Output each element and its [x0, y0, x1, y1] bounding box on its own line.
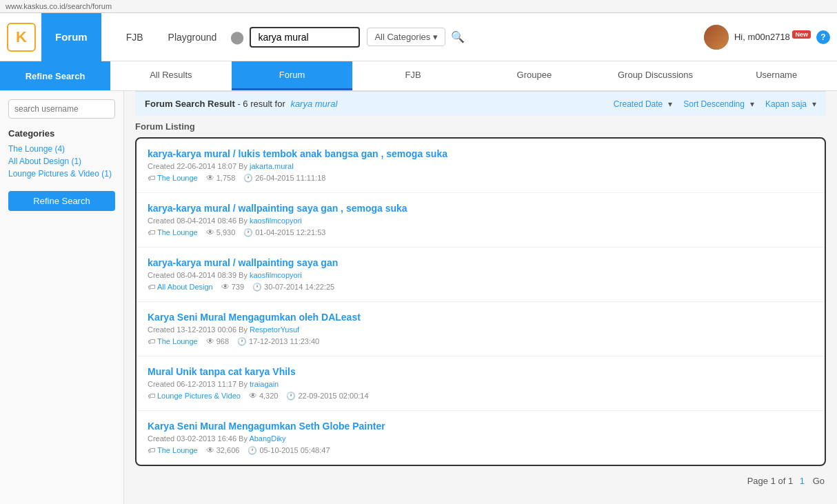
table-row: Mural Unik tanpa cat karya Vhils Created…: [137, 356, 825, 411]
category-link[interactable]: The Lounge: [157, 337, 198, 345]
forum-item-author[interactable]: RespetorYusuf: [250, 325, 299, 334]
category-link[interactable]: All About Design: [157, 283, 213, 291]
tag-updated: 🕐 22-09-2015 02:00:14: [286, 392, 368, 401]
sort-arrow-icon: ▾: [668, 99, 672, 109]
logo-box[interactable]: K: [7, 23, 36, 52]
sort-direction-label[interactable]: Sort Descending: [683, 99, 745, 109]
time-label[interactable]: Kapan saja: [765, 99, 807, 109]
result-header: Forum Search Result - 6 result for karya…: [135, 91, 826, 116]
category-all-about-design[interactable]: All About Design (1): [8, 157, 115, 166]
search-wrapper: [250, 27, 360, 48]
clock-icon: 🕐: [237, 337, 247, 346]
tag-updated: 🕐 30-07-2014 14:22:25: [252, 283, 334, 292]
forum-item-title[interactable]: karya-karya mural / wallpainting saya ga…: [148, 257, 814, 268]
tag-views: 👁 968: [206, 336, 229, 346]
table-row: karya-karya mural / wallpainting saya ga…: [137, 193, 825, 248]
url-bar: www.kaskus.co.id/search/forum: [0, 0, 837, 13]
eye-icon: 👁: [206, 445, 214, 455]
refine-search-button[interactable]: Refine Search: [0, 61, 110, 90]
new-badge: New: [792, 30, 811, 39]
forum-item-title[interactable]: karya-karya mural / lukis tembok anak ba…: [148, 148, 814, 159]
tag-category: 🏷 The Lounge: [148, 446, 198, 454]
pagination: Page 1 of 1 1 Go: [135, 466, 826, 496]
category-link[interactable]: The Lounge: [157, 174, 198, 182]
tag-category: 🏷 All About Design: [148, 283, 213, 291]
tab-groupee[interactable]: Groupee: [474, 61, 595, 90]
tab-fjb[interactable]: FJB: [352, 61, 474, 90]
forum-item-tags: 🏷 All About Design 👁 739 🕐 30-07-2014 14…: [148, 282, 814, 292]
tab-group-discussions[interactable]: Group Discussions: [595, 61, 716, 90]
time-arrow-icon: ▾: [812, 99, 816, 109]
forum-item-title[interactable]: Karya Seni Mural Mengagumkan oleh DALeas…: [148, 312, 814, 323]
table-row: Karya Seni Mural Mengagumkan oleh DALeas…: [137, 302, 825, 356]
tab-forum[interactable]: Forum: [232, 61, 353, 90]
forum-item-author[interactable]: traiagain: [250, 380, 279, 388]
forum-item-author[interactable]: kaosfilmcopyori: [250, 216, 302, 225]
last-updated: 01-04-2015 12:21:53: [255, 228, 325, 236]
views-count: 4,320: [259, 392, 279, 400]
sidebar-refine-button[interactable]: Refine Search: [8, 191, 115, 211]
logo-icon: K: [16, 28, 27, 46]
sidebar: Categories The Lounge (4) All About Desi…: [0, 91, 124, 504]
forum-item-meta: Created 22-06-2014 18:07 By jakarta.mura…: [148, 162, 814, 170]
last-updated: 05-10-2015 05:48:47: [259, 446, 330, 454]
result-count: 6 result for: [243, 99, 285, 109]
url-text: www.kaskus.co.id/search/forum: [6, 2, 112, 10]
username-display: Hi, m00n2718 New: [734, 31, 811, 42]
search-input[interactable]: [258, 32, 341, 43]
forum-listing-label: Forum Listing: [135, 116, 826, 134]
tag-updated: 🕐 26-04-2015 11:11:18: [243, 174, 325, 183]
avatar-image: [704, 25, 729, 50]
category-link[interactable]: The Lounge: [157, 228, 198, 236]
forum-item-author[interactable]: kaosfilmcopyori: [250, 271, 302, 279]
forum-item-author[interactable]: AbangDiky: [249, 434, 285, 443]
search-button[interactable]: 🔍: [451, 30, 465, 43]
forum-item-title[interactable]: Mural Unik tanpa cat karya Vhils: [148, 366, 814, 377]
category-link[interactable]: The Lounge: [157, 446, 198, 454]
category-the-lounge[interactable]: The Lounge (4): [8, 144, 115, 154]
category-label: All Categories: [374, 32, 430, 42]
forum-item-title[interactable]: karya-karya mural / wallpainting saya ga…: [148, 203, 814, 214]
eye-icon: 👁: [221, 282, 230, 292]
forum-item-meta: Created 08-04-2014 08:46 By kaosfilmcopy…: [148, 216, 814, 225]
toggle-icon[interactable]: ⬤: [230, 30, 244, 45]
table-row: karya-karya mural / wallpainting saya ga…: [137, 248, 825, 302]
page-label: Page 1 of 1: [747, 476, 794, 486]
forum-item-author[interactable]: jakarta.mural: [250, 162, 294, 170]
sort-date-label[interactable]: Created Date: [614, 99, 663, 109]
tab-all-results[interactable]: All Results: [110, 61, 232, 90]
eye-icon: 👁: [206, 173, 214, 183]
table-row: Karya Seni Mural Mengagumkan Seth Globe …: [137, 411, 825, 465]
tag-updated: 🕐 01-04-2015 12:21:53: [243, 228, 325, 237]
result-header-label: Forum Search Result: [145, 99, 235, 109]
go-label[interactable]: Go: [813, 476, 825, 486]
category-select[interactable]: All Categories ▾: [367, 28, 445, 46]
views-count: 739: [232, 283, 244, 291]
nav-fjb[interactable]: FJB: [115, 26, 154, 48]
eye-icon: 👁: [249, 391, 257, 401]
category-lounge-pictures[interactable]: Lounge Pictures & Video (1): [8, 169, 115, 179]
page-link[interactable]: 1: [800, 476, 805, 486]
forum-item-tags: 🏷 Lounge Pictures & Video 👁 4,320 🕐 22-0…: [148, 391, 814, 401]
category-link[interactable]: Lounge Pictures & Video: [157, 392, 241, 400]
forum-item-title[interactable]: Karya Seni Mural Mengagumkan Seth Globe …: [148, 421, 814, 432]
tab-nav: Refine Search All Results Forum FJB Grou…: [0, 61, 837, 91]
content-area: Forum Search Result - 6 result for karya…: [124, 91, 837, 504]
tag-icon: 🏷: [148, 446, 155, 454]
forum-item-tags: 🏷 The Lounge 👁 968 🕐 17-12-2013 11:23:40: [148, 336, 814, 346]
nav-playground[interactable]: Playground: [157, 26, 228, 48]
last-updated: 26-04-2015 11:11:18: [255, 174, 325, 182]
main-layout: Categories The Lounge (4) All About Desi…: [0, 91, 837, 504]
tab-username[interactable]: Username: [716, 61, 837, 90]
username-search-input[interactable]: [8, 99, 115, 119]
tag-category: 🏷 The Lounge: [148, 337, 198, 345]
help-button[interactable]: ?: [816, 30, 830, 44]
views-count: 32,606: [216, 446, 240, 454]
views-count: 1,758: [216, 174, 236, 182]
tag-category: 🏷 Lounge Pictures & Video: [148, 392, 241, 400]
tag-icon: 🏷: [148, 228, 155, 236]
nav-forum[interactable]: Forum: [41, 13, 101, 61]
forum-item-meta: Created 06-12-2013 11:17 By traiagain: [148, 380, 814, 388]
forum-item-tags: 🏷 The Lounge 👁 1,758 🕐 26-04-2015 11:11:…: [148, 173, 814, 183]
last-updated: 17-12-2013 11:23:40: [249, 337, 319, 345]
